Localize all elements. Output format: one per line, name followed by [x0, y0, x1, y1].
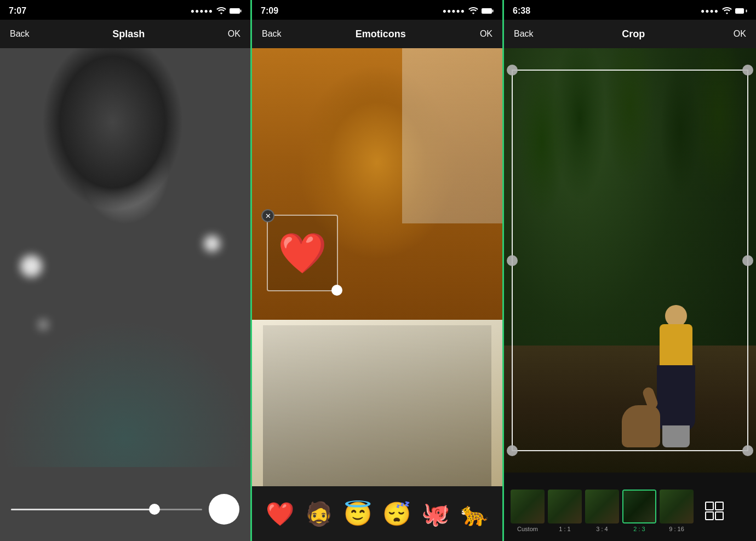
slider-track[interactable] [11, 509, 202, 510]
svg-rect-1 [240, 9, 242, 12]
emoji-heart[interactable]: ❤️ [266, 500, 294, 527]
battery-icon-3 [735, 7, 747, 16]
svg-rect-5 [746, 9, 747, 12]
crop-photo-area [504, 48, 756, 473]
heart-emoji: ❤️ [278, 230, 327, 277]
time-2: 7:09 [261, 6, 278, 16]
time-1: 7:07 [9, 6, 26, 16]
crop-label-3-4: 3 : 4 [596, 526, 608, 532]
crop-thumbnails: Custom 1 : 1 3 : 4 2 : [504, 485, 756, 537]
crop-options-bar: Custom 1 : 1 3 : 4 2 : [504, 473, 756, 541]
crop-panel: 6:38 ●●●● Back Crop OK [504, 0, 756, 541]
thumb-forest-custom [511, 490, 545, 523]
emoticons-photo-area: 🕶️ ✕ ❤️ [252, 48, 502, 486]
thumb-forest-1-1 [548, 490, 582, 523]
thumb-forest-2-3 [623, 491, 655, 522]
crop-thumb-img-9-16[interactable] [660, 490, 694, 523]
svg-rect-2 [482, 8, 492, 14]
crop-handle-ml[interactable] [507, 255, 518, 266]
close-sticker-button[interactable]: ✕ [261, 209, 274, 222]
emoji-octopus[interactable]: 🐙 [421, 500, 450, 527]
thumb-forest-3-4 [585, 490, 619, 523]
status-bar-2: 7:09 ●●●●● [252, 0, 502, 20]
crop-thumb-img-3-4[interactable] [585, 490, 619, 523]
crop-thumb-img-custom[interactable] [511, 490, 545, 523]
splash-photo-area [0, 48, 250, 541]
battery-icon-1 [230, 7, 242, 16]
status-bar-3: 6:38 ●●●● [504, 0, 756, 20]
crop-label-9-16: 9 : 16 [669, 526, 684, 532]
battery-icon-2 [482, 7, 494, 16]
magazine-image [263, 325, 491, 486]
svg-rect-8 [706, 512, 713, 520]
slider-thumb-small[interactable] [149, 504, 160, 515]
crop-option-1-1[interactable]: 1 : 1 [548, 490, 582, 532]
crop-label-1-1: 1 : 1 [559, 526, 570, 532]
crop-option-custom[interactable]: Custom [511, 490, 545, 532]
ok-button-3[interactable]: OK [734, 29, 746, 39]
signal-icon-1: ●●●●● [191, 7, 213, 15]
bokeh-light-1 [20, 255, 42, 277]
crop-label-custom: Custom [517, 526, 538, 532]
magazine-area [252, 320, 502, 486]
crop-handle-bl[interactable] [507, 445, 518, 456]
wifi-icon-3 [722, 7, 732, 16]
emoji-halo[interactable]: 😇 [343, 500, 372, 527]
time-3: 6:38 [513, 6, 530, 16]
grid-svg [705, 501, 724, 521]
status-icons-2: ●●●●● [443, 7, 494, 16]
svg-rect-0 [230, 8, 240, 14]
wifi-icon-1 [216, 7, 226, 16]
svg-rect-9 [715, 512, 723, 520]
heart-sticker[interactable]: ✕ ❤️ [267, 215, 338, 291]
thumb-forest-9-16 [660, 490, 694, 523]
crop-thumb-img-2-3[interactable] [622, 490, 656, 523]
splash-image [0, 48, 250, 541]
status-icons-1: ●●●●● [191, 7, 242, 16]
status-bar-1: 7:07 ●●●●● [0, 0, 250, 20]
svg-rect-7 [715, 502, 723, 510]
emoticons-panel: 7:09 ●●●●● Back Emoticons OK 🕶️ [252, 0, 504, 541]
crop-handle-br[interactable] [742, 445, 753, 456]
back-button-1[interactable]: Back [10, 29, 30, 39]
ok-button-2[interactable]: OK [480, 29, 492, 39]
emoji-bar: ❤️ 🧔 😇 😴 🐙 🐆 [252, 486, 502, 541]
nav-bar-1: Back Splash OK [0, 20, 250, 48]
nav-title-3: Crop [622, 28, 645, 40]
board-area [402, 48, 502, 223]
crop-handle-tr[interactable] [742, 65, 753, 76]
status-icons-3: ●●●● [701, 7, 747, 16]
splash-panel: 7:07 ●●●●● Back Splash OK [0, 0, 252, 541]
teal-accent [0, 319, 250, 467]
crop-thumb-img-1-1[interactable] [548, 490, 582, 523]
crop-option-2-3[interactable]: 2 : 3 [622, 490, 656, 532]
crop-handle-tl[interactable] [507, 65, 518, 76]
svg-rect-4 [735, 8, 744, 14]
nav-title-2: Emoticons [356, 28, 406, 40]
signal-icon-3: ●●●● [701, 7, 719, 15]
emoji-leopard[interactable]: 🐆 [460, 500, 489, 527]
bokeh-light-2 [204, 235, 220, 252]
back-button-2[interactable]: Back [262, 29, 282, 39]
crop-label-2-3: 2 : 3 [633, 526, 645, 532]
slider-fill [11, 509, 160, 510]
emoji-sleep[interactable]: 😴 [382, 500, 411, 527]
back-button-3[interactable]: Back [514, 29, 534, 39]
svg-rect-3 [492, 9, 494, 12]
nav-title-1: Splash [112, 28, 145, 40]
signal-icon-2: ●●●●● [443, 7, 465, 15]
crop-border[interactable] [512, 70, 748, 452]
wifi-icon-2 [468, 7, 478, 16]
bokeh-light-3 [38, 319, 49, 330]
crop-option-3-4[interactable]: 3 : 4 [585, 490, 619, 532]
splash-slider[interactable] [11, 494, 239, 525]
nav-bar-2: Back Emoticons OK [252, 20, 502, 48]
emoji-man[interactable]: 🧔 [305, 500, 333, 527]
crop-handle-mr[interactable] [742, 255, 753, 266]
grid-icon-button[interactable] [701, 498, 728, 524]
crop-option-9-16[interactable]: 9 : 16 [660, 490, 694, 532]
slider-thumb-large[interactable] [209, 494, 239, 525]
nav-bar-3: Back Crop OK [504, 20, 756, 48]
svg-rect-6 [706, 502, 713, 510]
ok-button-1[interactable]: OK [228, 29, 240, 39]
